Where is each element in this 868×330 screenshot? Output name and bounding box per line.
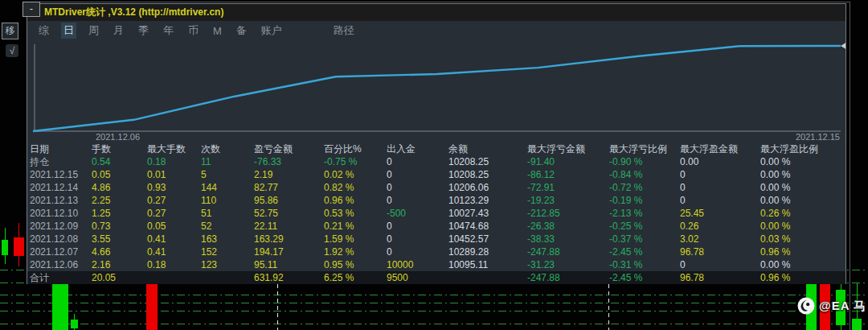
menu-item-3[interactable]: 月 [111, 23, 126, 39]
candle-body [71, 320, 78, 328]
table-cell: 1.59 % [324, 233, 387, 245]
table-cell: 52.75 [254, 207, 324, 220]
column-header: 次数 [201, 142, 254, 155]
table-cell: 0.54 [92, 155, 147, 168]
table-cell: 1.25 [92, 207, 147, 220]
grid-line [0, 303, 868, 303]
menu-item-7[interactable]: M [211, 24, 224, 38]
table-cell: 0 [680, 258, 760, 271]
table-cell: -86.12 [527, 168, 609, 181]
table-cell: 0.96 % [760, 245, 845, 258]
table-cell: 82.77 [254, 181, 324, 194]
table-cell: 0.27 [147, 207, 201, 220]
table-cell: 96.78 [680, 245, 760, 258]
table-cell: 0 [387, 220, 448, 233]
menu-item-6[interactable]: 币 [186, 23, 201, 39]
table-row: 2021.12.101.250.275152.750.53 %-50010027… [27, 207, 845, 220]
table-cell: 0.93 [147, 181, 201, 194]
table-cell: 10027.43 [448, 207, 527, 220]
table-row: 持仓0.540.1811-76.33-0.75 %010208.25-91.40… [27, 155, 845, 168]
table-cell: -0.84 % [609, 168, 680, 181]
move-tool-icon[interactable]: 移 [2, 23, 18, 39]
table-cell: 0.96 % [324, 194, 387, 207]
table-cell: 0.02 % [324, 168, 387, 181]
menu-item-4[interactable]: 季 [136, 23, 151, 39]
table-cell: -500 [387, 207, 448, 220]
table-cell: 0.18 [147, 258, 201, 271]
table-cell: 51 [201, 207, 254, 220]
table-cell: 4.86 [92, 181, 147, 194]
menu-item-1[interactable]: 日 [61, 23, 76, 39]
table-cell: 10452.57 [448, 233, 527, 245]
table-cell: 0 [680, 168, 760, 181]
grid-line [0, 311, 868, 311]
watermark-text: @EA 马 [819, 299, 866, 314]
column-header: 盈亏金额 [254, 142, 324, 155]
table-cell: -76.33 [254, 155, 324, 168]
candle-body [146, 282, 158, 330]
table-cell: -26.38 [527, 220, 609, 233]
table-row: 2021.12.074.660.41152194.171.92 %010289.… [27, 245, 845, 258]
table-cell: -0.75 % [324, 155, 387, 168]
table-cell: -0.31 % [609, 258, 680, 271]
table-cell: -72.91 [527, 181, 609, 194]
table-cell [448, 271, 527, 284]
table-cell: 9500 [387, 271, 448, 284]
table-cell: 0.95 % [324, 258, 387, 271]
table-cell: -247.88 [527, 271, 609, 284]
table-row: 2021.12.150.050.0152.190.02 %010208.25-8… [27, 168, 845, 181]
table-cell: 95.86 [254, 194, 324, 207]
table-cell: 10289.28 [448, 245, 527, 258]
table-header-row: 日期手数最大手数次数盈亏金额百分比%出入金余额最大浮亏金额最大浮亏比例最大浮盈金… [27, 142, 845, 155]
table-cell: 2021.12.13 [27, 194, 92, 207]
menu-item-5[interactable]: 年 [161, 23, 176, 39]
menu-item-9[interactable]: 账户 [259, 23, 285, 39]
menu-item-8[interactable]: 备 [234, 23, 249, 39]
x-axis-end-label: 2021.12.15 [796, 132, 840, 142]
candle-body [852, 319, 862, 330]
watermark: @EA 马 [797, 297, 866, 315]
table-cell: -19.23 [527, 194, 609, 207]
table-cell: 0.26 % [760, 207, 845, 220]
menu-item-2[interactable]: 周 [86, 23, 101, 39]
table-cell: 0.05 [92, 168, 147, 181]
table-cell: 0.00 [680, 155, 760, 168]
column-header: 百分比% [324, 142, 387, 155]
table-cell: 2021.12.15 [27, 168, 92, 181]
menu-item-10[interactable]: 路径 [331, 23, 357, 39]
table-cell: 0 [387, 181, 448, 194]
table-cell: 4.66 [92, 245, 147, 258]
panel-title: MTDriver统计 ,V3.12 (http://mtdriver.cn) [27, 4, 223, 21]
table-cell: 10000 [387, 258, 448, 271]
host-window-right-border [850, 2, 850, 330]
table-cell: 0 [387, 155, 448, 168]
table-cell: 0 [680, 194, 760, 207]
table-cell: -0.19 % [609, 194, 680, 207]
minimize-button[interactable]: - [23, 2, 40, 17]
checkmark-tool-icon[interactable]: √ [6, 44, 18, 57]
panel-titlebar[interactable]: MTDriver统计 ,V3.12 (http://mtdriver.cn) [27, 4, 845, 21]
period-separator-line [608, 277, 609, 330]
menu-item-0[interactable]: 综 [36, 23, 51, 39]
table-cell: 0 [387, 245, 448, 258]
table-cell: 10474.68 [448, 220, 527, 233]
table-cell: 3.02 [680, 233, 760, 245]
equity-line [33, 46, 841, 131]
candle-body [52, 282, 68, 330]
table-cell: 631.92 [254, 271, 324, 284]
candle-body [2, 240, 8, 255]
table-cell: 96.78 [680, 271, 760, 284]
column-header: 最大浮亏比例 [609, 142, 680, 155]
menu-bar: 综日周月季年币M备账户路径 [27, 21, 845, 40]
table-cell: -38.33 [527, 233, 609, 245]
table-cell: 152 [201, 245, 254, 258]
table-row: 合计20.05631.926.25 %9500-247.88-2.45 %96.… [27, 271, 845, 284]
table-cell: 0.21 % [324, 220, 387, 233]
table-row: 2021.12.132.250.2711095.860.96 %010123.2… [27, 194, 845, 207]
table-cell: 1.92 % [324, 245, 387, 258]
table-cell: 2021.12.09 [27, 220, 92, 233]
table-cell: 10208.25 [448, 155, 527, 168]
table-cell: 2021.12.07 [27, 245, 92, 258]
table-cell: 0.05 [147, 220, 201, 233]
table-row: 2021.12.083.550.41163163.291.59 %010452.… [27, 233, 845, 245]
